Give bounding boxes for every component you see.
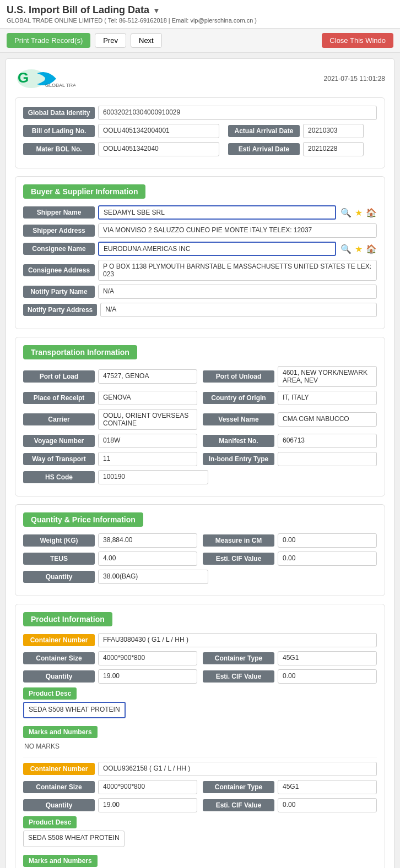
actual-arrival-label: Actual Arrival Date (228, 125, 300, 137)
buyer-supplier-label: Buyer & Supplier Information (23, 184, 145, 199)
carrier-label: Carrier (23, 413, 95, 425)
consignee-name-wrapper: EURODUNA AMERICAS INC 🔍 ★ 🏠 (98, 242, 377, 256)
teus-row: TEUS 4.00 Esti. CIF Value 0.00 (23, 552, 377, 566)
place-receipt-row: Place of Receipt GENOVA Country of Origi… (23, 391, 377, 405)
container-2-qty-label: Quantity (23, 799, 95, 811)
global-id-row: Global Data Identity 6003202103040009100… (23, 106, 377, 120)
container-1-size-label: Container Size (23, 652, 95, 664)
shipper-address-row: Shipper Address VIA MONVISO 2 SALUZZO CU… (23, 223, 377, 238)
global-id-value: 600320210304000910029 (98, 106, 377, 120)
vessel-name-label: Vessel Name (203, 413, 274, 425)
container-1-size-value: 4000*900*800 (98, 651, 197, 665)
global-id-label: Global Data Identity (23, 107, 95, 119)
container-1-marks-label: Marks and Numbers (23, 726, 98, 738)
shipper-address-label: Shipper Address (23, 225, 95, 237)
port-unload-label: Port of Unload (203, 370, 274, 383)
voyage-value: 018W (98, 434, 197, 448)
container-2-product-desc-value: SEDA S508 WHEAT PROTEIN (23, 831, 125, 847)
measure-label: Measure in CM (203, 534, 274, 547)
consignee-icons: 🔍 ★ 🏠 (340, 244, 377, 254)
shipper-icons: 🔍 ★ 🏠 (340, 208, 377, 218)
title-arrow[interactable]: ▼ (153, 6, 160, 15)
container-2-qty-row: Quantity 19.00 Esti. CIF Value 0.00 (23, 798, 377, 812)
consignee-address-label: Consignee Address (23, 264, 95, 276)
top-bar: U.S. Import Bill of Lading Data ▼ GLOBAL… (0, 0, 400, 29)
port-unload-value: 4601, NEW YORK/NEWARK AREA, NEV (278, 366, 377, 387)
bol-row: Bill of Lading No. OOLU4051342004001 Act… (23, 124, 377, 138)
esti-cif-label: Esti. CIF Value (203, 553, 274, 565)
transportation-section: Transportation Information Port of Load … (15, 337, 385, 496)
notify-party-name-row: Notify Party Name N/A (23, 285, 377, 299)
container-1-number-row: Container Number FFAU3080430 ( G1 / L / … (23, 633, 377, 647)
master-bol-label: Mater BOL No. (23, 143, 95, 155)
container-2-qty-value: 19.00 (98, 798, 197, 812)
hs-code-value: 100190 (98, 470, 208, 484)
main-content: G GLOBAL TRADE ONLINE LIMITED 2021-07-15… (6, 58, 394, 868)
way-transport-label: Way of Transport (23, 453, 95, 465)
home-icon-2[interactable]: 🏠 (366, 244, 377, 254)
way-transport-row: Way of Transport 11 In-bond Entry Type (23, 452, 377, 466)
weight-label: Weight (KG) (23, 534, 95, 547)
hs-code-row: HS Code 100190 (23, 470, 377, 484)
carrier-value: OOLU, ORIENT OVERSEAS CONTAINE (98, 409, 197, 430)
notify-party-name-label: Notify Party Name (23, 286, 95, 298)
container-2-size-value: 4000*900*800 (98, 780, 197, 794)
container-2-size-label: Container Size (23, 781, 95, 793)
voyage-row: Voyage Number 018W Manifest No. 606713 (23, 434, 377, 448)
search-icon-2[interactable]: 🔍 (340, 244, 352, 254)
container-1-type-value: 45G1 (278, 651, 377, 665)
actual-arrival-value: 20210303 (303, 124, 364, 138)
product-info-section: Product Information Container Number FFA… (15, 604, 385, 868)
master-bol-row: Mater BOL No. OOLU4051342040 Esti Arriva… (23, 142, 377, 156)
container-1-type-label: Container Type (203, 652, 274, 664)
quantity-label: Quantity (23, 571, 95, 583)
place-receipt-label: Place of Receipt (23, 392, 95, 404)
buyer-supplier-section: Buyer & Supplier Information Shipper Nam… (15, 176, 385, 329)
close-button[interactable]: Close This Windo (322, 33, 393, 48)
container-2-number-label: Container Number (23, 763, 95, 775)
container-1-number-label: Container Number (23, 634, 95, 646)
consignee-address-value: P O BOX 1138 PLYMOUTH BARNSTABL E MASSAC… (98, 260, 377, 281)
esti-arrival-value: 20210228 (303, 142, 364, 156)
quantity-price-section: Quantity & Price Information Weight (KG)… (15, 504, 385, 596)
next-button[interactable]: Next (131, 33, 162, 48)
container-2: Container Number OOLU9362158 ( G1 / L / … (23, 762, 377, 868)
container-1-qty-row: Quantity 19.00 Esti. CIF Value 0.00 (23, 669, 377, 684)
home-icon[interactable]: 🏠 (366, 208, 377, 218)
notify-party-address-label: Notify Party Address (23, 304, 97, 316)
timestamp: 2021-07-15 11:01:28 (324, 75, 385, 83)
port-load-label: Port of Load (23, 370, 95, 383)
product-info-label: Product Information (23, 612, 112, 626)
consignee-name-label: Consignee Name (23, 243, 95, 255)
way-transport-value: 11 (98, 452, 197, 466)
notify-party-name-value: N/A (98, 285, 377, 299)
esti-arrival-label: Esti Arrival Date (228, 143, 300, 155)
search-icon[interactable]: 🔍 (340, 208, 352, 218)
container-1-cif-label: Esti. CIF Value (203, 670, 274, 683)
quantity-value: 38.00(BAG) (98, 570, 208, 584)
star-icon-2[interactable]: ★ (355, 244, 363, 254)
prev-button[interactable]: Prev (95, 33, 126, 48)
place-receipt-value: GENOVA (98, 391, 197, 405)
container-1-number-value: FFAU3080430 ( G1 / L / HH ) (98, 633, 377, 647)
product-info-header: Product Information (23, 612, 377, 633)
consignee-name-value: EURODUNA AMERICAS INC (98, 242, 336, 256)
notify-party-address-value: N/A (100, 303, 377, 317)
container-2-type-label: Container Type (203, 781, 274, 793)
manifest-value: 606713 (278, 434, 377, 448)
container-1-cif-value: 0.00 (278, 669, 377, 684)
in-bond-value (278, 452, 377, 466)
print-button[interactable]: Print Trade Record(s) (7, 33, 90, 48)
title-text: U.S. Import Bill of Lading Data (7, 4, 149, 16)
hs-code-label: HS Code (23, 471, 95, 483)
container-2-marks-block: Marks and Numbers NO MARKS (23, 855, 377, 868)
quantity-price-header: Quantity & Price Information (23, 512, 377, 533)
star-icon[interactable]: ★ (355, 208, 363, 218)
container-1-qty-label: Quantity (23, 670, 95, 683)
port-load-value: 47527, GENOA (98, 369, 197, 384)
bol-value: OOLU4051342004001 (98, 124, 219, 138)
voyage-label: Voyage Number (23, 435, 95, 447)
weight-value: 38,884.00 (98, 533, 197, 548)
page-title: U.S. Import Bill of Lading Data ▼ (7, 4, 393, 16)
header-row: G GLOBAL TRADE ONLINE LIMITED 2021-07-15… (15, 68, 385, 90)
